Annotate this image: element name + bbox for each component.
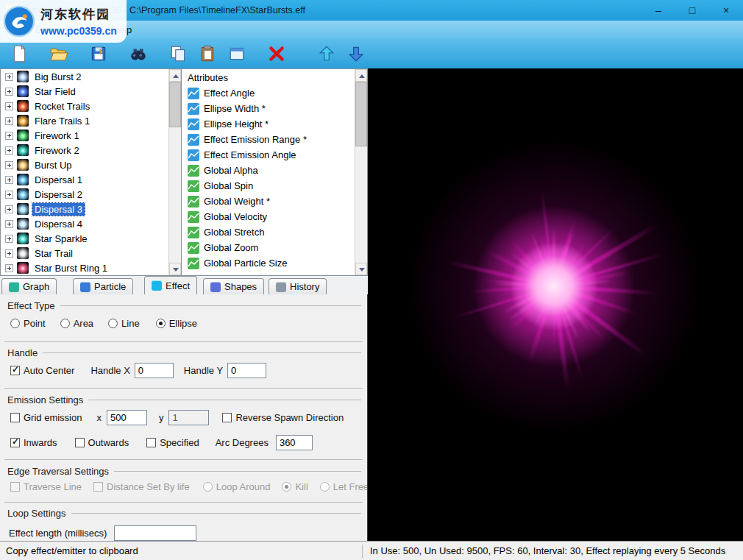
maximize-button[interactable]: □ (675, 0, 709, 21)
area-radio[interactable] (60, 319, 70, 328)
tree-item-firework-2[interactable]: Firework 2 (1, 143, 181, 157)
expander-icon[interactable] (5, 191, 13, 199)
kill-radio[interactable] (282, 482, 291, 492)
tab-shapes[interactable]: Shapes (203, 278, 264, 294)
ellipse-radio[interactable] (156, 319, 166, 328)
attributes-scroll-thumb[interactable] (355, 82, 367, 146)
move-down-button[interactable] (341, 40, 371, 67)
grid-emission-checkbox[interactable] (10, 413, 20, 422)
auto-center-checkbox[interactable] (10, 366, 20, 375)
expander-icon[interactable] (5, 161, 13, 169)
move-up-button[interactable] (312, 40, 341, 67)
attribute-global-zoom[interactable]: Global Zoom (182, 240, 367, 255)
outwards-checkbox[interactable] (75, 438, 85, 447)
particle-preview[interactable] (368, 68, 743, 541)
tab-effect[interactable]: Effect (144, 276, 197, 294)
attribute-global-particle-size[interactable]: Global Particle Size (182, 255, 367, 271)
attribute-ellipse-width[interactable]: Ellipse Width * (182, 101, 367, 116)
tree-item-dispersal-2[interactable]: Dispersal 2 (1, 187, 181, 202)
effect-tab-icon (152, 280, 162, 291)
arc-degrees-input[interactable] (276, 435, 313, 450)
watermark: 河东软件园 www.pc0359.cn (0, 0, 127, 43)
tree-scroll-thumb[interactable] (169, 82, 181, 127)
scroll-up-icon[interactable] (169, 69, 181, 82)
tab-graph[interactable]: Graph (1, 278, 57, 294)
expander-icon[interactable] (5, 146, 13, 155)
inwards-checkbox[interactable] (10, 438, 20, 447)
tab-particle[interactable]: Particle (73, 278, 133, 294)
new-button[interactable] (4, 40, 34, 67)
specified-checkbox[interactable] (146, 438, 156, 447)
expander-icon[interactable] (5, 132, 13, 140)
tab-history[interactable]: History (269, 278, 327, 294)
expander-icon[interactable] (5, 88, 13, 96)
point-radio[interactable] (10, 319, 20, 328)
expander-icon[interactable] (5, 73, 13, 81)
grid-y-input[interactable] (168, 410, 209, 425)
tab-strip: Graph Particle Effect Shapes History (0, 276, 368, 294)
status-bar: Copy effect/emitter to clipboard In Use:… (0, 541, 743, 560)
tree-item-firework-1[interactable]: Firework 1 (1, 128, 181, 143)
attribute-global-alpha[interactable]: Global Alpha (182, 163, 367, 178)
distance-set-by-life-checkbox[interactable] (93, 482, 103, 492)
tree-item-burst-up[interactable]: Burst Up (1, 157, 181, 172)
handle-x-input[interactable] (135, 363, 174, 378)
grid-x-input[interactable] (107, 410, 147, 425)
particle-burst-core (510, 242, 598, 330)
tree-item-rocket-trails[interactable]: Rocket Trails (1, 99, 181, 113)
delete-button[interactable] (262, 40, 291, 67)
scroll-down-icon[interactable] (355, 263, 367, 275)
tree-item-dispersal-4[interactable]: Dispersal 4 (1, 216, 181, 231)
expander-icon[interactable] (5, 264, 13, 272)
expander-icon[interactable] (5, 220, 13, 228)
attribute-effect-angle[interactable]: Effect Angle (182, 85, 367, 101)
copy-icon (168, 44, 188, 63)
handle-y-input[interactable] (227, 363, 266, 378)
scroll-down-icon[interactable] (169, 263, 181, 275)
attribute-global-spin[interactable]: Global Spin (182, 178, 367, 194)
traverse-line-checkbox[interactable] (10, 482, 20, 492)
open-button[interactable] (44, 40, 74, 67)
graph-attribute-icon (188, 180, 199, 192)
attribute-global-stretch[interactable]: Global Stretch (182, 224, 367, 240)
paste-button[interactable] (193, 40, 222, 67)
attributes-scrollbar[interactable] (355, 69, 367, 275)
graph-attribute-icon (188, 134, 199, 146)
clone-button[interactable] (222, 40, 252, 67)
attribute-effect-emission-range[interactable]: Effect Emission Range * (182, 132, 367, 147)
loop-around-radio[interactable] (203, 482, 213, 492)
reverse-spawn-checkbox[interactable] (222, 413, 232, 422)
copy-button[interactable] (163, 40, 193, 67)
preview-button[interactable] (124, 40, 153, 67)
expander-icon[interactable] (5, 235, 13, 243)
save-button[interactable] (84, 40, 113, 67)
tree-item-star-burst-ring-1[interactable]: Star Burst Ring 1 (1, 260, 181, 275)
minimize-button[interactable]: – (641, 0, 675, 21)
expander-icon[interactable] (5, 205, 13, 213)
tree-scrollbar[interactable] (168, 69, 181, 275)
effect-settings-panel: Effect Type Point Area Line Ellipse Hand… (0, 294, 368, 541)
attribute-global-weight[interactable]: Global Weight * (182, 194, 367, 209)
tree-item-dispersal-3[interactable]: Dispersal 3 (1, 202, 181, 216)
tree-item-star-field[interactable]: Star Field (1, 84, 181, 99)
attribute-ellipse-height[interactable]: Ellipse Height * (182, 116, 367, 132)
expander-icon[interactable] (5, 176, 13, 184)
effect-thumbnail-icon (17, 100, 29, 112)
attribute-effect-emission-angle[interactable]: Effect Emission Angle (182, 147, 367, 163)
expander-icon[interactable] (5, 117, 13, 125)
let-free-radio[interactable] (320, 482, 330, 492)
attribute-global-velocity[interactable]: Global Velocity (182, 209, 367, 224)
close-button[interactable]: × (709, 0, 743, 21)
expander-icon[interactable] (5, 102, 13, 110)
tree-item-star-sparkle[interactable]: Star Sparkle (1, 231, 181, 246)
expander-icon[interactable] (5, 249, 13, 258)
loop-settings-section-title: Loop Settings (7, 508, 361, 519)
scroll-up-icon[interactable] (355, 69, 367, 82)
tree-item-flare-trails-1[interactable]: Flare Trails 1 (1, 113, 181, 128)
watermark-site-url: www.pc0359.cn (40, 25, 117, 37)
tree-item-star-trail[interactable]: Star Trail (1, 246, 181, 260)
tree-item-big-burst-2[interactable]: Big Burst 2 (1, 69, 181, 84)
line-radio[interactable] (108, 319, 118, 328)
effect-length-input[interactable] (114, 525, 196, 541)
tree-item-dispersal-1[interactable]: Dispersal 1 (1, 172, 181, 187)
